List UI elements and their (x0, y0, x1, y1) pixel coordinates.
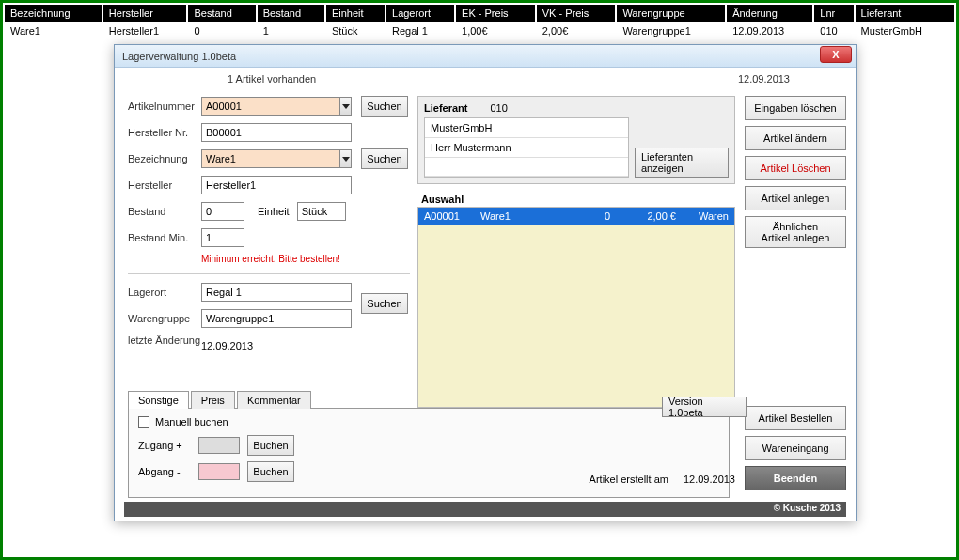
letzte-aenderung-label: letzte Änderung (128, 334, 201, 347)
article-count: 1 Artikel vorhanden (228, 73, 316, 85)
tab-strip: Sonstige Preis Kommentar (128, 390, 730, 409)
suchen-artikelnummer-button[interactable]: Suchen (361, 96, 408, 117)
bestandmin-label: Bestand Min. (128, 232, 201, 243)
bestandmin-input[interactable] (201, 228, 244, 247)
version-button[interactable]: Version 1.0beta (662, 397, 747, 417)
suchen-lagerort-button[interactable]: Suchen (361, 293, 408, 314)
manuell-buchen-checkbox[interactable] (138, 416, 149, 428)
selection-row[interactable]: A00001 Ware1 0 2,00 € Waren (418, 208, 734, 225)
herstellernr-label: Hersteller Nr. (128, 127, 201, 138)
artikel-aendern-button[interactable]: Artikel ändern (745, 126, 846, 150)
col-hersteller: Hersteller (103, 5, 187, 22)
supplier-name-1[interactable]: MusterGmbH (425, 118, 628, 138)
action-button-column: Eingaben löschen Artikel ändern Artikel … (745, 96, 846, 248)
suchen-bezeichnung-button[interactable]: Suchen (361, 148, 408, 169)
artikelnummer-label: Artikelnummer (128, 101, 201, 112)
letzte-aenderung-value: 12.09.2013 (201, 334, 253, 351)
col-vk: VK - Preis (537, 5, 616, 22)
selection-list[interactable]: A00001 Ware1 0 2,00 € Waren (417, 207, 735, 408)
zugang-label: Zugang + (138, 440, 191, 451)
close-icon: X (832, 49, 839, 60)
einheit-input[interactable] (297, 202, 346, 221)
manuell-buchen-label: Manuell buchen (155, 416, 228, 428)
erstellt-label: Artikel erstellt am (590, 474, 668, 485)
bezeichnung-dropdown[interactable] (339, 149, 352, 168)
lieferant-code: 010 (490, 102, 507, 114)
eingaben-loeschen-button[interactable]: Eingaben löschen (745, 96, 846, 120)
warengruppe-label: Warengruppe (128, 313, 201, 324)
tab-preis[interactable]: Preis (191, 391, 235, 409)
copyright-bar: © Kusche 2013 (124, 502, 846, 517)
warengruppe-input[interactable] (201, 309, 352, 328)
abgang-label: Abgang - (138, 466, 191, 477)
auswahl-title: Auswahl (417, 194, 735, 205)
wareneingang-button[interactable]: Wareneingang (745, 436, 846, 460)
lieferant-title: Lieferant (424, 102, 467, 114)
abgang-buchen-button[interactable]: Buchen (247, 461, 294, 482)
dialog-title: Lagerverwaltung 1.0beta (122, 51, 820, 62)
bestand-label: Bestand (128, 206, 201, 217)
col-lagerort: Lagerort (386, 5, 454, 22)
col-lnr: Lnr (814, 5, 853, 22)
artikelnummer-input[interactable] (201, 97, 339, 116)
lagerort-label: Lagerort (128, 287, 201, 298)
artikel-anlegen-button[interactable]: Artikel anlegen (745, 186, 846, 210)
close-button[interactable]: X (820, 46, 852, 63)
lieferanten-anzeigen-button[interactable]: Lieferanten anzeigen (635, 148, 729, 178)
selection-panel: Auswahl A00001 Ware1 0 2,00 € Waren (417, 194, 735, 408)
zugang-input[interactable] (198, 437, 240, 454)
hersteller-input[interactable] (201, 176, 352, 194)
bezeichnung-input[interactable] (201, 149, 339, 168)
dialog-date: 12.09.2013 (738, 73, 790, 85)
beenden-button[interactable]: Beenden (745, 466, 846, 490)
bg-header-row: Bezeichnung Hersteller Bestand Bestand E… (5, 5, 954, 22)
chevron-down-icon (342, 104, 350, 109)
supplier-name-2[interactable]: Herr Mustermann (425, 138, 628, 158)
col-aenderung: Änderung (727, 5, 812, 22)
artikel-bestellen-button[interactable]: Artikel Bestellen (745, 406, 846, 430)
abgang-input[interactable] (198, 463, 240, 480)
col-lieferant: Lieferant (856, 5, 954, 22)
artikel-loeschen-button[interactable]: Artikel Löschen (745, 156, 846, 180)
action-button-column-bottom: Artikel Bestellen Wareneingang Beenden (745, 406, 846, 490)
col-bestand2: Bestand (258, 5, 324, 22)
tab-sonstige[interactable]: Sonstige (128, 391, 189, 409)
col-ek: EK - Preis (456, 5, 535, 22)
bezeichnung-label: Bezeichnung (128, 153, 201, 164)
supplier-empty-row[interactable] (425, 158, 628, 177)
dialog-titlebar[interactable]: Lagerverwaltung 1.0beta X (115, 45, 856, 68)
dialog-window: Lagerverwaltung 1.0beta X 1 Artikel vorh… (114, 44, 857, 521)
bestand-input[interactable] (201, 202, 244, 221)
supplier-panel: Lieferant 010 MusterGmbH Herr Mustermann… (417, 96, 735, 184)
herstellernr-input[interactable] (201, 123, 352, 142)
aehnlichen-artikel-anlegen-button[interactable]: Ähnlichen Artikel anlegen (745, 216, 846, 248)
col-warengruppe: Warengruppe (617, 5, 725, 22)
col-bezeichnung: Bezeichnung (5, 5, 102, 22)
col-einheit: Einheit (326, 5, 385, 22)
erstellt-date: 12.09.2013 (684, 474, 735, 485)
bg-data-row[interactable]: Ware1 Hersteller1 0 1 Stück Regal 1 1,00… (5, 23, 954, 39)
col-bestand: Bestand (188, 5, 255, 22)
lagerort-input[interactable] (201, 283, 352, 302)
zugang-buchen-button[interactable]: Buchen (247, 435, 294, 456)
hersteller-label: Hersteller (128, 179, 201, 191)
chevron-down-icon (342, 157, 350, 162)
background-table: Bezeichnung Hersteller Bestand Bestand E… (3, 3, 956, 40)
einheit-label: Einheit (258, 206, 290, 217)
artikelnummer-dropdown[interactable] (339, 97, 352, 116)
tab-kommentar[interactable]: Kommentar (237, 391, 311, 409)
